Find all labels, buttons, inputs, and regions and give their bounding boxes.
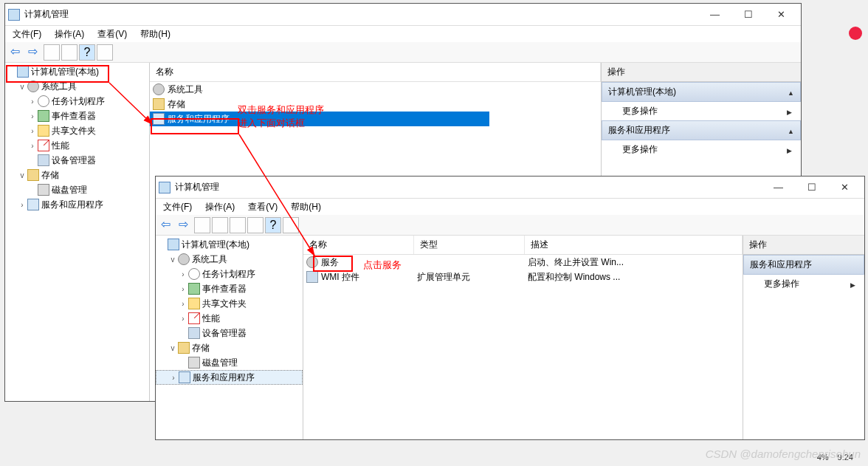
- menu-file[interactable]: 文件(F): [159, 199, 196, 215]
- list-pane: 名称 类型 描述 服务 启动、终止并设置 Win... WMI 控件 扩展管理单…: [303, 236, 743, 439]
- actions-header: 操作: [602, 63, 801, 82]
- collapse-icon: [788, 126, 794, 136]
- actions-group-local[interactable]: 计算机管理(本地): [602, 82, 801, 102]
- tree-event[interactable]: ›事件查看器: [5, 109, 149, 123]
- tree-storage[interactable]: v存储: [156, 340, 303, 355]
- tree-pane: 计算机管理(本地) v系统工具 ›任务计划程序 ›事件查看器 ›共享文件夹 ›性…: [5, 63, 150, 401]
- list-row-services[interactable]: 服务 启动、终止并设置 Win...: [303, 255, 743, 270]
- col-type[interactable]: 类型: [414, 236, 525, 254]
- toolbar-btn-5[interactable]: [283, 217, 299, 233]
- tree-event[interactable]: ›事件查看器: [156, 281, 303, 296]
- col-desc[interactable]: 描述: [525, 236, 743, 254]
- maximize-button[interactable]: ☐: [731, 4, 765, 25]
- toolbar-btn-4[interactable]: [247, 217, 264, 233]
- actions-group-svcapp[interactable]: 服务和应用程序: [743, 255, 864, 275]
- menubar: 文件(F) 操作(A) 查看(V) 帮助(H): [156, 199, 864, 215]
- menu-help[interactable]: 帮助(H): [136, 27, 175, 42]
- tree-disk[interactable]: 磁盘管理: [5, 182, 149, 197]
- toolbar-btn-3[interactable]: [97, 44, 113, 61]
- help-icon[interactable]: ?: [265, 217, 281, 233]
- tree-perf-label: 性能: [52, 140, 69, 152]
- actions-more-1[interactable]: 更多操作: [602, 102, 801, 120]
- tree-perf[interactable]: ›性能: [5, 138, 149, 153]
- tree-devmgr-label: 设备管理器: [52, 154, 96, 167]
- toolbar-btn-1[interactable]: [194, 217, 210, 233]
- tree-root[interactable]: 计算机管理(本地): [5, 64, 149, 79]
- tree-disk[interactable]: 磁盘管理: [156, 355, 303, 370]
- app-icon: [159, 182, 170, 193]
- menu-view[interactable]: 查看(V): [93, 27, 131, 42]
- close-button[interactable]: ✕: [765, 4, 798, 25]
- list-row-storage[interactable]: 存储: [150, 97, 601, 112]
- list-row-systools[interactable]: 系统工具: [150, 82, 601, 97]
- tree-share[interactable]: ›共享文件夹: [5, 123, 149, 138]
- tree-svcapp[interactable]: ›服务和应用程序: [5, 197, 149, 212]
- menu-view[interactable]: 查看(V): [244, 199, 282, 215]
- titlebar[interactable]: 计算机管理 — ☐ ✕: [156, 177, 864, 199]
- toolbar: ⇦ ⇨ ?: [156, 215, 864, 236]
- actions-header: 操作: [743, 236, 864, 255]
- tree-event-label: 事件查看器: [52, 110, 96, 123]
- toolbar-btn-2[interactable]: [61, 44, 78, 61]
- tree-systools[interactable]: v系统工具: [156, 252, 303, 267]
- actions-pane: 操作 服务和应用程序 更多操作: [743, 236, 864, 439]
- external-red-dot: [849, 27, 862, 40]
- nav-back-button[interactable]: ⇦: [8, 44, 24, 61]
- list-row-wmi[interactable]: WMI 控件 扩展管理单元 配置和控制 Windows ...: [303, 270, 743, 284]
- window-compmgmt-2: 计算机管理 — ☐ ✕ 文件(F) 操作(A) 查看(V) 帮助(H) ⇦ ⇨ …: [155, 176, 865, 440]
- actions-more-2[interactable]: 更多操作: [602, 140, 801, 159]
- tree-share[interactable]: ›共享文件夹: [156, 296, 303, 311]
- titlebar[interactable]: 计算机管理 — ☐ ✕: [5, 4, 801, 26]
- window-title: 计算机管理: [24, 8, 698, 21]
- col-name[interactable]: 名称: [303, 236, 414, 254]
- menu-action[interactable]: 操作(A): [201, 199, 239, 215]
- tree-disk-label: 磁盘管理: [52, 184, 87, 196]
- close-button[interactable]: ✕: [828, 177, 861, 198]
- toolbar: ⇦ ⇨ ?: [5, 42, 801, 63]
- tree-svcapp-label: 服务和应用程序: [41, 199, 103, 211]
- menu-action[interactable]: 操作(A): [50, 27, 89, 42]
- tree-root-label: 计算机管理(本地): [31, 66, 99, 78]
- nav-forward-button[interactable]: ⇨: [176, 217, 193, 233]
- window-title: 计算机管理: [175, 181, 762, 193]
- actions-group-svcapp[interactable]: 服务和应用程序: [602, 120, 801, 140]
- tree-storage-label: 存储: [41, 169, 59, 182]
- watermark: CSDN @damofengchenrisehun: [706, 448, 861, 460]
- toolbar-btn-2[interactable]: [212, 217, 228, 233]
- tree-devmgr[interactable]: 设备管理器: [5, 153, 149, 168]
- services-icon: [306, 256, 318, 268]
- nav-forward-button[interactable]: ⇨: [26, 44, 42, 61]
- tree-storage[interactable]: v存储: [5, 168, 149, 182]
- menu-file[interactable]: 文件(F): [8, 27, 46, 42]
- tree-task-label: 任务计划程序: [52, 95, 105, 108]
- col-name[interactable]: 名称: [150, 63, 601, 81]
- tree-perf[interactable]: ›性能: [156, 311, 303, 326]
- list-row-svcapp[interactable]: 服务和应用程序: [150, 112, 489, 126]
- collapse-icon: [788, 87, 794, 97]
- menubar: 文件(F) 操作(A) 查看(V) 帮助(H): [5, 26, 801, 42]
- toolbar-btn-1[interactable]: [44, 44, 60, 61]
- tree-task[interactable]: ›任务计划程序: [156, 267, 303, 281]
- tree-svcapp[interactable]: ›服务和应用程序: [156, 370, 303, 385]
- maximize-button[interactable]: ☐: [795, 177, 828, 198]
- chevron-right-icon: [787, 145, 792, 155]
- tree-systools[interactable]: v系统工具: [5, 79, 149, 94]
- chevron-right-icon: [787, 106, 792, 117]
- toolbar-btn-3[interactable]: [230, 217, 246, 233]
- menu-help[interactable]: 帮助(H): [286, 199, 326, 215]
- tree-devmgr[interactable]: 设备管理器: [156, 326, 303, 340]
- minimize-button[interactable]: —: [762, 177, 795, 198]
- minimize-button[interactable]: —: [698, 4, 731, 25]
- tree-systools-label: 系统工具: [41, 80, 77, 93]
- wmi-icon: [306, 271, 318, 283]
- tree-task[interactable]: ›任务计划程序: [5, 94, 149, 109]
- tree-pane: 计算机管理(本地) v系统工具 ›任务计划程序 ›事件查看器 ›共享文件夹 ›性…: [156, 236, 303, 439]
- tree-root[interactable]: 计算机管理(本地): [156, 237, 303, 252]
- app-icon: [8, 9, 20, 21]
- chevron-right-icon: [850, 279, 855, 289]
- nav-back-button[interactable]: ⇦: [159, 217, 175, 233]
- actions-more-1[interactable]: 更多操作: [743, 275, 864, 293]
- help-icon[interactable]: ?: [79, 44, 95, 61]
- tree-share-label: 共享文件夹: [52, 125, 96, 137]
